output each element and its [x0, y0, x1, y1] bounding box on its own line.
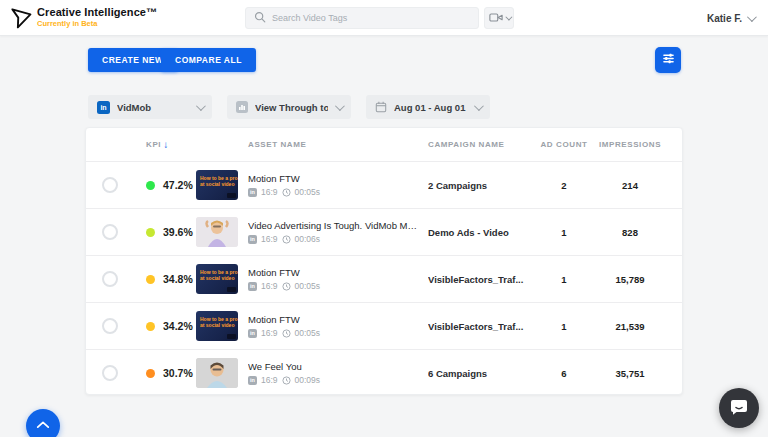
kpi-value: 47.2%: [163, 179, 193, 191]
linkedin-icon: in: [248, 188, 257, 197]
table-row[interactable]: 34.8% How to be a proat social video Mot…: [86, 255, 682, 302]
brand-block: Creative Intelligence™ Currently in Beta: [37, 6, 157, 28]
asset-title: We Feel You: [248, 361, 320, 372]
row-select-radio[interactable]: [102, 365, 118, 381]
asset-title: Motion FTW: [248, 314, 320, 325]
ad-count: 1: [536, 227, 592, 238]
chevron-down-icon: [505, 13, 512, 20]
scroll-to-top-button[interactable]: [26, 409, 60, 437]
date-range-dropdown[interactable]: Aug 01 - Aug 01: [366, 95, 490, 119]
table-row[interactable]: 34.2% How to be a proat social video Mot…: [86, 302, 682, 349]
ad-count: 2: [536, 180, 592, 191]
video-thumbnail[interactable]: [196, 217, 238, 247]
chevron-down-icon: [335, 101, 345, 111]
app-title: Creative Intelligence™: [37, 6, 157, 18]
asset-title: Motion FTW: [248, 173, 320, 184]
clock-icon: [282, 188, 291, 197]
kpi-value: 39.6%: [163, 226, 193, 238]
linkedin-icon: in: [248, 329, 257, 338]
filter-settings-button[interactable]: [655, 47, 681, 73]
video-camera-icon: [489, 9, 503, 27]
kpi-status-dot: [146, 181, 155, 190]
kpi-header-label: KPI: [146, 140, 161, 149]
asset-title: Video Advertising Is Tough. VidMob Makes…: [248, 220, 418, 231]
video-thumbnail[interactable]: [196, 358, 238, 388]
assets-table: KPI ↓ ASSET NAME CAMPAIGN NAME AD COUNT …: [85, 127, 683, 395]
clock-icon: [282, 376, 291, 385]
search-icon: [254, 9, 266, 27]
vidmob-logo-icon: [10, 6, 32, 30]
column-header-ad-count: AD COUNT: [536, 140, 592, 149]
table-row[interactable]: 30.7% We Feel You in 16:9 00:09s: [86, 349, 682, 396]
aspect-ratio: 16:9: [261, 234, 278, 244]
aspect-ratio: 16:9: [261, 187, 278, 197]
chevron-down-icon: [474, 101, 484, 111]
campaign-name: 6 Campaigns: [428, 368, 536, 379]
kpi-status-dot: [146, 228, 155, 237]
row-select-radio[interactable]: [102, 318, 118, 334]
kpi-value: 30.7%: [163, 367, 193, 379]
duration-badge: [227, 193, 236, 198]
user-menu[interactable]: Katie F.: [707, 0, 754, 36]
table-row[interactable]: 47.2% How to be a proat social video Mot…: [86, 161, 682, 208]
impressions: 35,751: [592, 368, 668, 379]
column-header-impressions: IMPRESSIONS: [592, 140, 668, 149]
video-source-dropdown[interactable]: [484, 7, 514, 29]
row-select-radio[interactable]: [102, 177, 118, 193]
impressions: 828: [592, 227, 668, 238]
search-bar[interactable]: [245, 7, 479, 29]
user-name: Katie F.: [707, 13, 742, 24]
chevron-down-icon: [747, 12, 757, 22]
sort-descending-icon: ↓: [163, 140, 169, 150]
metric-icon: [236, 101, 248, 113]
filter-row: in VidMob View Through to 25% Aug 01 - A…: [88, 95, 490, 119]
duration: 00:05s: [295, 281, 321, 291]
platform-dropdown-value: VidMob: [117, 102, 189, 113]
impressions: 214: [592, 180, 668, 191]
linkedin-icon: in: [248, 282, 257, 291]
ad-count: 1: [536, 274, 592, 285]
video-thumbnail[interactable]: How to be a proat social video: [196, 170, 238, 200]
clock-icon: [282, 329, 291, 338]
kpi-value: 34.2%: [163, 320, 193, 332]
kpi-status-dot: [146, 322, 155, 331]
clock-icon: [282, 235, 291, 244]
impressions: 15,789: [592, 274, 668, 285]
duration-badge: [227, 334, 236, 339]
video-thumbnail[interactable]: How to be a proat social video: [196, 264, 238, 294]
duration: 00:05s: [295, 328, 321, 338]
chat-launcher-button[interactable]: [719, 388, 759, 428]
asset-title: Motion FTW: [248, 267, 320, 278]
column-header-kpi[interactable]: KPI ↓: [134, 140, 196, 150]
kpi-value: 34.8%: [163, 273, 193, 285]
ad-count: 1: [536, 321, 592, 332]
duration: 00:09s: [295, 375, 321, 385]
app-header: Creative Intelligence™ Currently in Beta…: [0, 0, 768, 36]
chevron-down-icon: [196, 101, 206, 111]
duration-badge: [227, 287, 236, 292]
aspect-ratio: 16:9: [261, 328, 278, 338]
metric-dropdown-value: View Through to 25%: [255, 102, 328, 113]
impressions: 21,539: [592, 321, 668, 332]
platform-dropdown[interactable]: in VidMob: [88, 95, 212, 119]
kpi-status-dot: [146, 369, 155, 378]
duration: 00:06s: [295, 234, 321, 244]
sliders-icon: [662, 52, 675, 68]
video-thumbnail[interactable]: How to be a proat social video: [196, 311, 238, 341]
clock-icon: [282, 282, 291, 291]
table-row[interactable]: 39.6% Video Advertising Is Tough. VidMob…: [86, 208, 682, 255]
campaign-name: 2 Campaigns: [428, 180, 536, 191]
linkedin-icon: in: [97, 101, 110, 114]
linkedin-icon: in: [248, 376, 257, 385]
chevron-up-icon: [36, 417, 50, 432]
row-select-radio[interactable]: [102, 271, 118, 287]
search-input[interactable]: [272, 13, 470, 23]
compare-all-button[interactable]: COMPARE ALL: [161, 48, 256, 72]
campaign-name: VisibleFactors_Traf...: [428, 274, 536, 285]
row-select-radio[interactable]: [102, 224, 118, 240]
linkedin-icon: in: [248, 235, 257, 244]
calendar-icon: [375, 101, 387, 113]
date-range-dropdown-value: Aug 01 - Aug 01: [394, 102, 467, 113]
ad-count: 6: [536, 368, 592, 379]
metric-dropdown[interactable]: View Through to 25%: [227, 95, 351, 119]
